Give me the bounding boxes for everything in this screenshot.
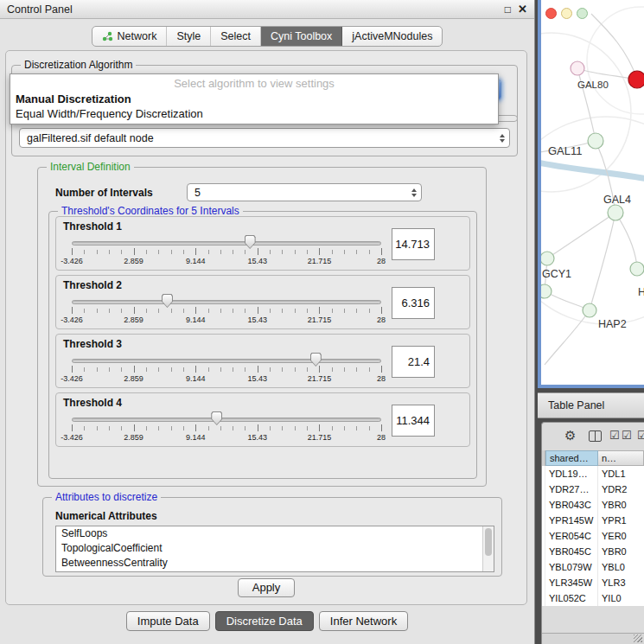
tick-label: 9.144 xyxy=(186,257,206,265)
threshold-3-value-field[interactable]: 21.4 xyxy=(392,346,435,378)
network-node-selected[interactable] xyxy=(628,71,644,88)
threshold-4-slider[interactable]: -3.426 2.859 9.144 15.43 21.715 28 xyxy=(72,411,381,443)
column-header-name[interactable]: n… xyxy=(598,450,644,466)
tick-label: 21.715 xyxy=(308,316,332,324)
dropdown-placeholder-option[interactable]: Select algorithm to view settings xyxy=(10,74,498,92)
tick-label: 21.715 xyxy=(308,374,332,383)
list-item[interactable]: TopologicalCoefficient xyxy=(56,541,494,556)
tab-jactivemnodules[interactable]: jActiveMNodules xyxy=(342,27,442,46)
slider-thumb[interactable] xyxy=(245,235,256,249)
network-node[interactable] xyxy=(571,61,584,75)
network-node[interactable] xyxy=(541,252,554,265)
table-row[interactable]: YPR145WYPR1 xyxy=(542,513,644,528)
tab-style[interactable]: Style xyxy=(167,27,211,46)
tab-label: jActiveMNodules xyxy=(352,30,432,42)
table-row[interactable]: YDL19…YDL1 xyxy=(542,466,644,481)
gear-icon[interactable]: ⚙ xyxy=(564,429,576,443)
checkbox-icon[interactable]: ☑ xyxy=(622,429,632,443)
checkbox-icon[interactable]: ☑ xyxy=(637,429,644,443)
control-panel-window: Control Panel □ ✕ Network Style Select C… xyxy=(0,0,535,644)
tick-label: -3.426 xyxy=(61,316,83,324)
slider-track[interactable] xyxy=(72,418,381,422)
threshold-4-value-field[interactable]: 11.344 xyxy=(392,405,435,437)
table-row[interactable]: YBL079WYBL0 xyxy=(542,559,644,575)
resize-grip-icon[interactable] xyxy=(634,634,642,642)
tab-label: Select xyxy=(220,30,251,42)
column-header-shared-name[interactable]: shared… xyxy=(545,450,598,466)
network-node[interactable] xyxy=(541,284,552,298)
slider-thumb[interactable] xyxy=(211,411,222,425)
tab-discretize-data[interactable]: Discretize Data xyxy=(215,611,314,631)
tab-network[interactable]: Network xyxy=(92,27,168,46)
dropdown-option-equal-width-frequency[interactable]: Equal Width/Frequency Discretization xyxy=(10,106,498,121)
traffic-light-minimize-icon[interactable] xyxy=(561,8,572,19)
table-data-selected-value: galFiltered.sif default node xyxy=(27,132,154,144)
tick-label: 28 xyxy=(377,257,386,265)
close-icon[interactable]: ✕ xyxy=(518,3,527,16)
tick-label: 28 xyxy=(377,316,386,324)
checkbox-icon[interactable]: ☑ xyxy=(609,429,620,443)
tab-cyni-toolbox[interactable]: Cyni Toolbox xyxy=(261,27,342,46)
dropdown-option-manual-discretization[interactable]: Manual Discretization xyxy=(10,92,498,106)
table-body: YDL19…YDL1 YDR27…YDR2 YBR043CYBR0 YPR145… xyxy=(542,466,644,606)
float-window-icon[interactable]: □ xyxy=(505,3,511,16)
tab-infer-network[interactable]: Infer Network xyxy=(319,611,408,631)
tick-label: 28 xyxy=(377,433,386,442)
threshold-1-slider[interactable]: -3.426 2.859 9.144 15.43 21.715 28 xyxy=(72,234,381,267)
threshold-2-slider[interactable]: -3.426 2.859 9.144 15.43 21.715 28 xyxy=(72,293,381,326)
node-label-gal4: GAL4 xyxy=(603,194,631,206)
table-window-bottom-edge xyxy=(542,633,644,644)
network-node[interactable] xyxy=(583,303,596,317)
threshold-3-slider[interactable]: -3.426 2.859 9.144 15.43 21.715 28 xyxy=(72,352,381,385)
tick-label: 15.43 xyxy=(248,316,268,324)
slider-track[interactable] xyxy=(72,241,381,245)
tab-select[interactable]: Select xyxy=(211,27,261,46)
table-row[interactable]: YIL052CYIL0 xyxy=(542,590,644,606)
tick-label: -3.426 xyxy=(61,374,83,383)
control-panel-titlebar: Control Panel □ ✕ xyxy=(0,0,534,19)
slider-thumb[interactable] xyxy=(162,294,173,308)
tick-label: 15.43 xyxy=(248,257,268,265)
threshold-label: Threshold 1 xyxy=(63,220,122,233)
tick-label: 9.144 xyxy=(186,433,206,442)
threshold-label: Threshold 3 xyxy=(63,338,122,350)
tick-label: -3.426 xyxy=(61,433,83,442)
number-of-intervals-value: 5 xyxy=(194,187,201,199)
traffic-light-maximize-icon[interactable] xyxy=(577,8,588,19)
network-node[interactable] xyxy=(588,133,603,149)
slider-track[interactable] xyxy=(72,300,381,304)
list-item[interactable]: SelfLoops xyxy=(56,526,494,541)
number-of-intervals-label: Number of Intervals xyxy=(55,187,153,199)
table-row[interactable]: YBR045CYBR0 xyxy=(542,544,644,559)
slider-thumb[interactable] xyxy=(310,353,322,367)
combo-arrows-icon xyxy=(500,129,505,147)
tick-label: 2.859 xyxy=(124,374,143,383)
numerical-attributes-label: Numerical Attributes xyxy=(55,510,157,522)
table-header-row: shared… n… xyxy=(542,450,644,466)
traffic-light-close-icon[interactable] xyxy=(545,8,557,19)
network-edge[interactable] xyxy=(541,163,644,179)
table-data-select[interactable]: galFiltered.sif default node xyxy=(19,128,510,148)
threshold-4-box: Threshold 4 -3.426 2.859 9.144 15.43 21.… xyxy=(55,392,470,447)
table-row[interactable]: YLR345WYLR3 xyxy=(542,575,644,590)
list-scrollbar[interactable] xyxy=(482,526,494,571)
threshold-1-value-field[interactable]: 14.713 xyxy=(392,228,435,260)
slider-ticks xyxy=(72,367,381,372)
network-view-window: GAL80 GAL11 GAL4 GCY1 HAP2 H xyxy=(538,0,644,388)
apply-button[interactable]: Apply xyxy=(238,578,295,597)
table-row[interactable]: YBR043CYBR0 xyxy=(542,497,644,513)
number-of-intervals-select[interactable]: 5 xyxy=(187,183,422,201)
tab-impute-data[interactable]: Impute Data xyxy=(126,611,210,631)
threshold-2-value-field[interactable]: 6.316 xyxy=(392,287,435,319)
table-columns-icon[interactable] xyxy=(589,430,602,442)
node-label-gal11: GAL11 xyxy=(548,144,583,157)
network-node[interactable] xyxy=(630,262,644,276)
list-item[interactable]: BetweennessCentrality xyxy=(56,556,494,571)
table-row[interactable]: YDR27…YDR2 xyxy=(542,481,644,497)
attributes-group: Attributes to discretize Numerical Attri… xyxy=(42,497,502,577)
network-canvas[interactable]: GAL80 GAL11 GAL4 GCY1 HAP2 H xyxy=(541,0,644,385)
table-row[interactable]: YER054CYER0 xyxy=(542,528,644,544)
node-label-gcy1: GCY1 xyxy=(542,268,571,280)
slider-track[interactable] xyxy=(72,359,381,363)
network-node[interactable] xyxy=(608,205,623,220)
